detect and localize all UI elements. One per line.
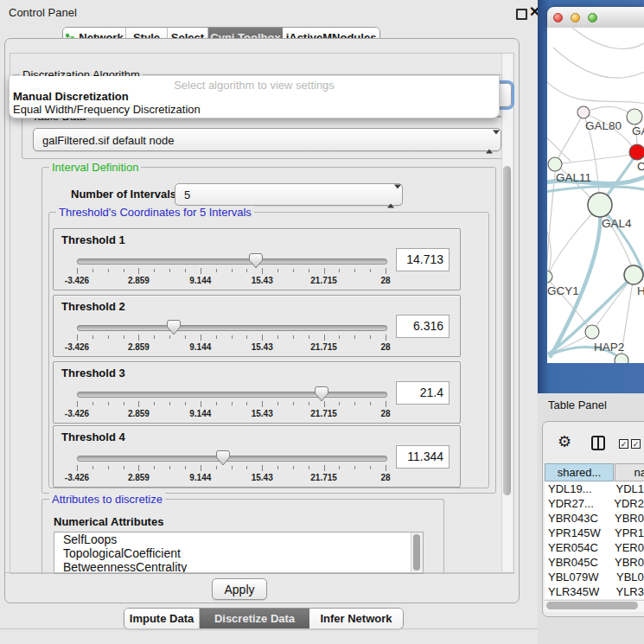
threshold-3-label: Threshold 3: [61, 367, 125, 379]
float-panel-icon[interactable]: [516, 9, 527, 20]
tick-label: 2.859: [128, 342, 150, 352]
slider-ticks: [77, 268, 386, 276]
tick-label: 9.144: [189, 342, 211, 352]
threshold-2-value-field[interactable]: 6.316: [396, 315, 450, 338]
tick-label: -3.426: [65, 276, 89, 285]
network-node[interactable]: [540, 271, 552, 283]
network-node[interactable]: [627, 109, 642, 124]
network-node[interactable]: [624, 265, 643, 284]
algorithm-option-manual[interactable]: Manual Discretization: [13, 90, 129, 103]
tab-impute-data-label: Impute Data: [130, 612, 194, 625]
network-node[interactable]: [629, 144, 644, 160]
table-row[interactable]: YDL19...YDL1: [545, 481, 644, 496]
table-cell: YBR0: [613, 511, 644, 526]
list-item[interactable]: TopologicalCoefficient: [54, 546, 423, 560]
algorithm-dropdown-popup: Select algorithm to view settings Manual…: [9, 76, 500, 118]
network-node-label: H: [637, 284, 644, 297]
threshold-4-slider[interactable]: [77, 456, 387, 462]
column-header-name[interactable]: na: [615, 463, 644, 481]
checkbox-icon[interactable]: ✓: [619, 439, 628, 449]
content-scrollbar-thumb[interactable]: [503, 166, 511, 495]
table-panel-title: Table Panel: [548, 399, 607, 411]
table-cell: YER054C: [545, 540, 613, 555]
network-node-label: GAL11: [556, 171, 591, 184]
table-cell: YDR2: [612, 496, 644, 511]
network-node[interactable]: [577, 106, 590, 118]
threshold-3-slider[interactable]: [77, 392, 387, 398]
slider-thumb[interactable]: [315, 386, 328, 402]
combo-arrows-icon: [486, 134, 494, 145]
checkbox-icon[interactable]: ✓: [631, 439, 641, 449]
tick-label: 2.859: [128, 276, 150, 285]
column-header-shared-name[interactable]: shared...: [545, 463, 614, 481]
table-cell: YBR0: [613, 555, 644, 570]
pane-divider: [5, 572, 513, 573]
threshold-4-panel: Threshold 4 -3.4262.8599.14415.4321.7152…: [53, 425, 461, 488]
list-item[interactable]: SelfLoops: [54, 532, 423, 546]
slider-thumb[interactable]: [216, 450, 230, 466]
table-row[interactable]: YDR27...YDR2: [545, 496, 644, 511]
table-cell: YPR1: [613, 526, 644, 540]
table-hscrollbar-thumb[interactable]: [546, 602, 638, 609]
tab-discretize-data[interactable]: Discretize Data: [200, 609, 309, 628]
network-node-label: GAL4: [602, 217, 632, 230]
attributes-group-title: Attributes to discretize: [49, 493, 165, 506]
table-row[interactable]: YBR045CYBR0: [545, 555, 644, 570]
network-node[interactable]: [548, 157, 562, 171]
table-data-combobox[interactable]: galFiltered.sif default node: [33, 128, 501, 151]
numerical-attributes-list[interactable]: SelfLoops TopologicalCoefficient Between…: [54, 532, 424, 574]
tick-label: 2.859: [128, 409, 150, 418]
table-cell: YBL079W: [545, 570, 615, 584]
tick-label: 21.715: [310, 342, 337, 352]
control-panel-title: Control Panel: [9, 6, 77, 19]
table-row[interactable]: YBR043CYBR0: [545, 511, 644, 526]
table-data-combobox-value: galFiltered.sif default node: [42, 133, 174, 146]
num-intervals-combobox[interactable]: 5: [175, 183, 403, 206]
threshold-2-slider[interactable]: [77, 325, 387, 331]
table-cell: YER0: [613, 540, 644, 555]
network-graph[interactable]: GAL80GACGAL11GAL4GCY1HHAP2: [538, 0, 644, 393]
bottom-tabbar: Impute Data Discretize Data Infer Networ…: [124, 608, 404, 629]
network-node-label: C: [637, 160, 644, 173]
table-rows[interactable]: YDL19...YDL1YDR27...YDR2YBR043CYBR0YPR14…: [545, 481, 644, 599]
thresholds-group-title: Threshold's Coordinates for 5 Intervals: [56, 206, 254, 219]
slider-ticks: [77, 401, 386, 409]
threshold-4-value-field[interactable]: 11.344: [396, 445, 450, 469]
tick-label: 21.715: [310, 409, 337, 418]
table-row[interactable]: YLR345WYLR3: [545, 584, 644, 599]
tick-label: 28: [380, 276, 390, 285]
slider-thumb[interactable]: [249, 253, 263, 269]
network-node-label: GCY1: [547, 284, 579, 297]
threshold-3-value-field[interactable]: 21.4: [396, 381, 450, 405]
network-node[interactable]: [585, 325, 599, 339]
tick-label: 15.43: [252, 473, 273, 482]
table-row[interactable]: YER054CYER0: [545, 540, 644, 555]
network-node[interactable]: [588, 193, 612, 217]
num-intervals-combobox-value: 5: [184, 188, 190, 201]
table-cell: YDL19...: [545, 481, 614, 496]
gear-icon[interactable]: ⚙: [558, 433, 571, 450]
tick-label: 28: [380, 409, 390, 418]
tab-impute-data[interactable]: Impute Data: [124, 609, 200, 628]
threshold-2-label: Threshold 2: [61, 300, 125, 313]
threshold-2-panel: Threshold 2 -3.4262.8599.14415.4321.7152…: [53, 295, 461, 357]
threshold-3-panel: Threshold 3 -3.4262.8599.14415.4321.7152…: [53, 361, 461, 424]
numerical-attributes-label: Numerical Attributes: [54, 515, 163, 528]
tick-label: 21.715: [310, 473, 337, 482]
network-node[interactable]: [615, 354, 628, 367]
num-intervals-label: Number of Intervals: [71, 188, 176, 201]
slider-thumb[interactable]: [167, 320, 181, 335]
interval-definition-group-title: Interval Definition: [49, 161, 141, 174]
table-row[interactable]: YBL079WYBL0: [545, 570, 644, 584]
split-columns-icon[interactable]: [591, 436, 605, 450]
table-row[interactable]: YPR145WYPR1: [545, 526, 644, 540]
algorithm-option-equal-width[interactable]: Equal Width/Frequency Discretization: [13, 103, 201, 116]
tick-label: 15.43: [252, 342, 273, 352]
tick-label: -3.426: [65, 342, 89, 352]
threshold-1-value-field[interactable]: 14.713: [396, 248, 450, 271]
list-scrollbar[interactable]: [411, 532, 423, 573]
tab-infer-network[interactable]: Infer Network: [309, 609, 403, 628]
table-cell: YBL0: [615, 570, 644, 584]
threshold-1-slider[interactable]: [77, 258, 387, 265]
apply-button[interactable]: Apply: [212, 578, 267, 600]
